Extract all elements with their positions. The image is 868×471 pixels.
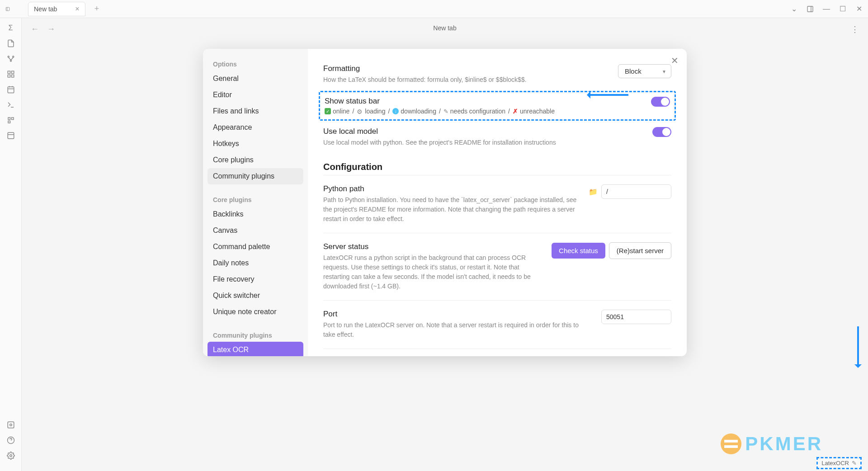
local-model-toggle[interactable] bbox=[652, 127, 671, 137]
chevron-down-icon[interactable]: ⌄ bbox=[790, 5, 797, 13]
nav-command-palette[interactable]: Command palette bbox=[208, 239, 303, 255]
help-icon[interactable] bbox=[6, 436, 15, 445]
svg-point-5 bbox=[10, 60, 11, 61]
nav-editor[interactable]: Editor bbox=[208, 87, 303, 103]
vault-icon[interactable] bbox=[6, 420, 15, 429]
settings-content: ✕ Formatting How the LaTeX should be for… bbox=[308, 49, 687, 356]
nav-general[interactable]: General bbox=[208, 71, 303, 87]
arrow-annotation-1 bbox=[588, 94, 628, 96]
collapse-icon[interactable] bbox=[6, 131, 15, 140]
svg-rect-0 bbox=[6, 7, 9, 11]
section-header-options: Options bbox=[208, 57, 303, 71]
minimize-button[interactable]: — bbox=[823, 5, 830, 13]
svg-rect-10 bbox=[11, 71, 14, 73]
folder-icon[interactable]: 📁 bbox=[589, 188, 598, 196]
svg-rect-11 bbox=[8, 75, 10, 77]
new-tab-button[interactable]: + bbox=[94, 4, 99, 14]
setting-local-title: Use local model bbox=[323, 127, 643, 136]
nav-appearance[interactable]: Appearance bbox=[208, 119, 303, 136]
left-ribbon: Σ bbox=[0, 18, 22, 471]
svg-line-8 bbox=[11, 57, 13, 60]
svg-rect-2 bbox=[807, 6, 813, 12]
nav-hotkeys[interactable]: Hotkeys bbox=[208, 136, 303, 152]
svg-point-24 bbox=[9, 424, 12, 426]
sidebar-toggle-icon[interactable] bbox=[4, 5, 12, 13]
nav-backlinks[interactable]: Backlinks bbox=[208, 206, 303, 222]
close-icon[interactable]: × bbox=[75, 5, 79, 13]
port-input[interactable] bbox=[601, 310, 671, 324]
gear-icon: ⚙ bbox=[357, 108, 363, 114]
setting-server-desc: LatexOCR runs a python script in the bac… bbox=[323, 253, 542, 291]
check-icon: ✓ bbox=[325, 108, 331, 114]
config-heading: Configuration bbox=[323, 162, 671, 172]
calendar-icon[interactable] bbox=[6, 85, 15, 94]
file-icon[interactable] bbox=[6, 39, 15, 48]
check-status-button[interactable]: Check status bbox=[552, 243, 605, 259]
arrow-annotation-2 bbox=[857, 326, 859, 367]
maximize-button[interactable]: ☐ bbox=[839, 5, 846, 13]
svg-rect-12 bbox=[11, 75, 14, 77]
setting-python-desc: Path to Python installation. You need to… bbox=[323, 195, 580, 224]
statusbar-toggle[interactable] bbox=[651, 97, 670, 107]
nav-latex-ocr[interactable]: Latex OCR bbox=[208, 342, 303, 356]
python-path-input[interactable] bbox=[601, 184, 671, 199]
nav-file-recovery[interactable]: File recovery bbox=[208, 271, 303, 287]
x-icon: ✗ bbox=[513, 108, 518, 115]
restart-server-button[interactable]: (Re)start server bbox=[609, 242, 671, 259]
svg-point-4 bbox=[8, 56, 9, 57]
settings-sidebar: Options General Editor Files and links A… bbox=[203, 49, 308, 356]
setting-formatting-desc: How the LaTeX should be formatted: formu… bbox=[323, 75, 609, 85]
pen-icon: ✎ bbox=[443, 108, 448, 115]
graph-icon[interactable] bbox=[6, 54, 15, 63]
pen-icon: ✎ bbox=[852, 460, 857, 466]
setting-python-title: Python path bbox=[323, 184, 580, 193]
svg-line-7 bbox=[8, 57, 10, 60]
setting-formatting-title: Formatting bbox=[323, 64, 609, 73]
svg-point-27 bbox=[9, 455, 12, 457]
svg-rect-20 bbox=[8, 121, 10, 123]
titlebar: New tab × + ⌄ — ☐ ✕ bbox=[0, 0, 868, 18]
section-header-core: Core plugins bbox=[208, 193, 303, 206]
svg-rect-18 bbox=[8, 118, 10, 120]
terminal-icon[interactable] bbox=[6, 100, 15, 109]
template-icon[interactable] bbox=[6, 116, 15, 125]
nav-unique-note[interactable]: Unique note creator bbox=[208, 304, 303, 320]
tab-new[interactable]: New tab × bbox=[28, 2, 85, 16]
close-window-button[interactable]: ✕ bbox=[855, 5, 863, 13]
nav-community-plugins[interactable]: Community plugins bbox=[208, 168, 303, 184]
setting-server-title: Server status bbox=[323, 242, 542, 251]
watermark-logo-icon bbox=[721, 433, 741, 454]
formatting-select[interactable]: Block bbox=[618, 64, 671, 78]
nav-files-links[interactable]: Files and links bbox=[208, 103, 303, 119]
nav-canvas[interactable]: Canvas bbox=[208, 222, 303, 239]
svg-point-6 bbox=[12, 56, 14, 57]
panel-icon[interactable] bbox=[807, 5, 814, 13]
tab-label: New tab bbox=[34, 5, 57, 13]
watermark: PKMER bbox=[721, 433, 823, 455]
close-modal-button[interactable]: ✕ bbox=[671, 55, 679, 66]
setting-statusbar-title: Show status bar bbox=[325, 97, 642, 106]
sigma-icon[interactable]: Σ bbox=[6, 24, 15, 33]
nav-quick-switcher[interactable]: Quick switcher bbox=[208, 287, 303, 304]
nav-core-plugins[interactable]: Core plugins bbox=[208, 152, 303, 168]
setting-local-desc: Use local model with python. See the pro… bbox=[323, 138, 643, 147]
status-indicators: ✓ online / ⚙ loading / ↓ downloading / ✎… bbox=[325, 108, 642, 115]
download-icon: ↓ bbox=[392, 108, 399, 114]
statusbar-indicator[interactable]: LatexOCR ✎ bbox=[816, 457, 862, 469]
svg-rect-13 bbox=[8, 87, 14, 93]
settings-icon[interactable] bbox=[6, 451, 15, 460]
setting-port-title: Port bbox=[323, 310, 592, 319]
svg-rect-23 bbox=[8, 422, 14, 428]
svg-rect-21 bbox=[8, 132, 14, 139]
section-header-community: Community plugins bbox=[208, 328, 303, 342]
grid-icon[interactable] bbox=[6, 70, 15, 79]
svg-rect-9 bbox=[8, 71, 10, 73]
svg-rect-19 bbox=[11, 118, 14, 120]
nav-daily-notes[interactable]: Daily notes bbox=[208, 255, 303, 271]
setting-port-desc: Port to run the LatexOCR server on. Note… bbox=[323, 320, 592, 339]
